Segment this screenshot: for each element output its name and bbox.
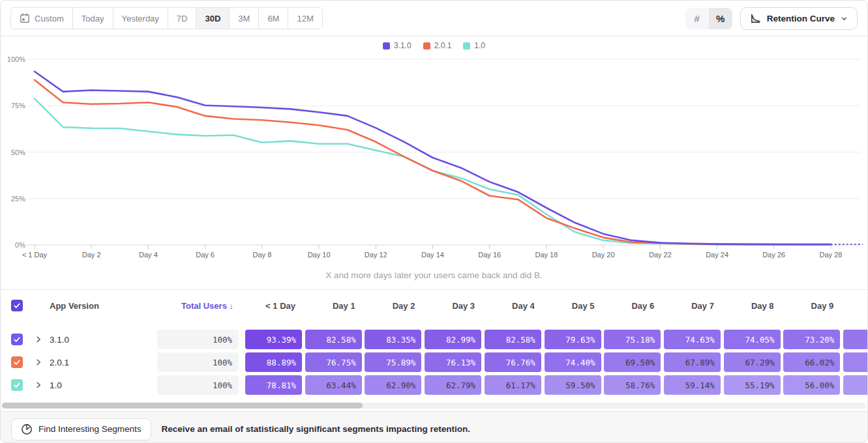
absolute-values-button[interactable]: # [685,8,709,29]
row-checkbox[interactable] [11,379,23,391]
retention-cell[interactable]: 74.40% [545,352,601,372]
total-users-cell[interactable]: 100% [157,330,239,349]
retention-cell[interactable]: 56.00% [783,375,840,395]
retention-cell[interactable]: 78.81% [245,375,302,395]
retention-cell[interactable]: 55.19% [724,375,781,395]
date-range-label: Today [82,14,104,23]
retention-cell[interactable]: 61.17% [485,375,541,395]
date-range-label: 3M [238,14,250,23]
retention-cell[interactable]: 67.89% [664,352,721,372]
svg-text:Day 2: Day 2 [82,251,101,259]
date-range-button-30d[interactable]: 30D [196,8,230,29]
retention-cell[interactable]: 93.39% [245,330,302,349]
retention-line-chart[interactable]: 0%25%50%75%100%< 1 DayDay 2Day 4Day 6Day… [1,36,867,261]
percent-values-button[interactable]: % [709,8,732,29]
date-range-button-7d[interactable]: 7D [168,8,197,29]
column-header-day-3: Day 3 [425,301,475,311]
legend-swatch [383,42,390,50]
retention-cell[interactable]: 76.76% [485,352,541,372]
retention-report: CustomTodayYesterday7D30D3M6M12M #% Rete… [0,0,868,443]
date-range-button-3m[interactable]: 3M [230,8,259,29]
retention-cell[interactable]: 79.63% [545,330,601,349]
svg-text:50%: 50% [11,149,25,156]
date-range-button-yesterday[interactable]: Yesterday [113,8,168,29]
date-range-button-6m[interactable]: 6M [259,8,288,29]
retention-cell[interactable]: 59.14% [664,375,721,395]
retention-cell[interactable]: 62.90% [365,375,421,395]
date-range-label: Custom [35,14,64,23]
sort-desc-icon: ↓ [230,301,234,311]
row-checkbox[interactable] [11,356,23,368]
column-header-day-7: Day 7 [664,301,714,311]
footer-message: Receive an email of statistically signif… [162,424,470,434]
table-header: App Version Total Users ↓ < 1 DayDay 1Da… [1,289,867,321]
retention-cell[interactable]: 69.50% [604,352,661,372]
date-range-button-custom[interactable]: Custom [11,8,73,29]
svg-text:75%: 75% [11,102,25,109]
retention-cell[interactable]: 76.75% [305,352,362,372]
select-all-checkbox[interactable] [11,300,23,311]
expand-chevron-icon[interactable] [35,381,42,389]
table-row-1-0: 1.0100%78.81%63.44%62.90%62.79%61.17%59.… [1,375,867,395]
column-header-app-version: App Version [50,301,99,311]
retention-cell[interactable]: 59.50% [545,375,601,395]
chart-caption: X and more days later your users came ba… [1,261,867,289]
app-version-label: 3.1.0 [50,335,69,345]
retention-cell[interactable]: 75.18% [604,330,661,349]
retention-cell[interactable]: 82.58% [485,330,541,349]
legend-label: 2.0.1 [434,41,452,50]
svg-text:Day 16: Day 16 [478,251,501,259]
chart-legend: 3.1.02.0.11.0 [1,41,867,50]
total-users-cell[interactable]: 100% [157,375,239,395]
find-interesting-segments-button[interactable]: Find Interesting Segments [11,418,151,440]
retention-cell[interactable]: 88.89% [245,352,302,372]
retention-cell[interactable]: 74.63% [664,330,721,349]
legend-swatch [463,42,470,50]
app-version-label: 1.0 [50,380,62,390]
legend-item[interactable]: 1.0 [463,41,485,50]
scrollbar-track[interactable] [2,403,866,408]
retention-cell[interactable]: 82.58% [305,330,362,349]
retention-cell-clipped[interactable] [843,330,868,349]
svg-text:Day 4: Day 4 [139,251,158,259]
svg-text:< 1 Day: < 1 Day [22,251,48,259]
retention-cell[interactable]: 75.89% [365,352,421,372]
retention-cell-clipped[interactable] [843,352,868,372]
legend-swatch [423,42,430,50]
footer-bar: Find Interesting Segments Receive an ema… [1,411,867,443]
retention-cell[interactable]: 74.05% [724,330,781,349]
svg-text:0%: 0% [15,241,25,249]
chart-type-dropdown[interactable]: Retention Curve [740,7,858,30]
retention-cell[interactable]: 66.02% [783,352,840,372]
column-header--1-day: < 1 Day [245,301,295,311]
expand-chevron-icon[interactable] [35,358,42,366]
segments-icon [21,423,33,435]
retention-cell[interactable]: 58.76% [604,375,661,395]
svg-text:Day 26: Day 26 [762,251,785,259]
retention-cell[interactable]: 83.35% [365,330,421,349]
retention-cell-clipped[interactable] [843,375,868,395]
column-header-total-users[interactable]: Total Users ↓ [157,301,233,311]
legend-item[interactable]: 3.1.0 [383,41,412,50]
retention-cell[interactable]: 82.99% [425,330,481,349]
date-range-button-12m[interactable]: 12M [288,8,322,29]
legend-item[interactable]: 2.0.1 [423,41,452,50]
total-users-cell[interactable]: 100% [157,352,239,372]
column-header-day-4: Day 4 [485,301,535,311]
column-header-day-9: Day 9 [783,301,833,311]
date-range-selector: CustomTodayYesterday7D30D3M6M12M [10,7,323,29]
svg-text:Day 12: Day 12 [365,251,387,259]
retention-cell[interactable]: 62.79% [425,375,481,395]
scrollbar-thumb[interactable] [2,403,363,408]
retention-cell[interactable]: 73.20% [783,330,840,349]
retention-cell[interactable]: 76.13% [425,352,481,372]
row-checkbox[interactable] [11,334,23,345]
expand-chevron-icon[interactable] [35,336,42,343]
retention-cell[interactable]: 63.44% [305,375,362,395]
column-header-day-5: Day 5 [545,301,595,311]
toolbar: CustomTodayYesterday7D30D3M6M12M #% Rete… [1,1,867,36]
svg-text:Day 20: Day 20 [592,251,615,259]
date-range-button-today[interactable]: Today [73,8,113,29]
retention-cell[interactable]: 67.29% [724,352,781,372]
svg-text:100%: 100% [7,55,25,63]
